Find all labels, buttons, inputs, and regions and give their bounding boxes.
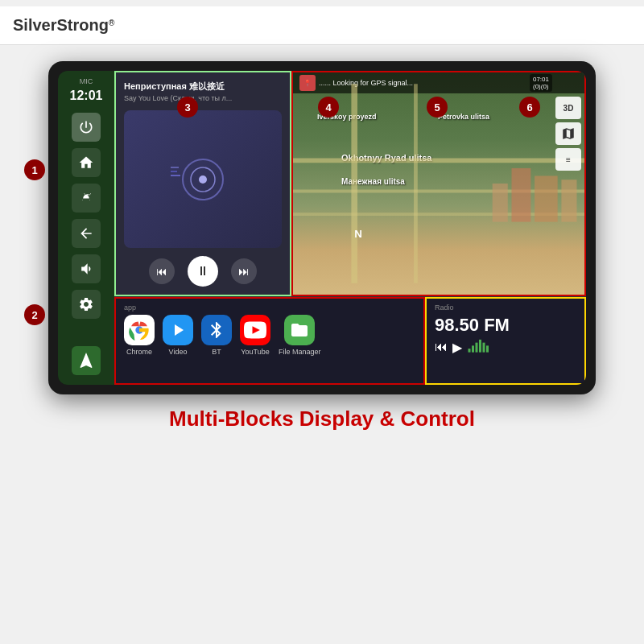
annotation-1: 1 [24,159,45,180]
apps-row: Chrome Video [124,315,415,356]
bt-icon[interactable] [201,315,232,345]
chrome-icon[interactable] [124,315,155,345]
svg-rect-18 [472,345,474,352]
screen-bottom: app [114,296,586,385]
header: SilverStrong® [0,6,644,45]
street-3: Okhotnyy Ryad ulitsa [341,153,431,163]
back-icon[interactable] [72,219,101,248]
mic-label: MIC [80,77,93,85]
video-icon[interactable] [163,315,193,345]
svg-rect-17 [469,349,471,353]
svg-rect-20 [479,340,481,353]
music-subtitle: Say You Love (Скажи, что ты л... [124,94,282,102]
video-label: Video [169,348,188,356]
music-visual [124,110,282,248]
time-display: 12:01 [70,89,103,103]
svg-text:N: N [354,228,362,240]
youtube-icon[interactable] [240,315,270,345]
home-icon[interactable] [72,148,101,177]
apps-label: app [124,303,415,312]
annotation-4: 4 [318,97,339,118]
files-icon[interactable] [284,315,315,345]
logo-strong: Strong [56,16,108,34]
radio-frequency: 98.50 FM [435,315,576,336]
prev-button[interactable]: ⏮ [149,258,175,284]
chrome-app[interactable]: Chrome [124,315,155,356]
radio-block: Radio 98.50 FM ⏮ ▶ [425,297,586,385]
logo-reg: ® [109,19,114,27]
svg-rect-14 [561,180,576,221]
gps-info: 07:01(0)(0) [530,74,552,92]
radio-prev-button[interactable]: ⏮ [435,340,448,354]
logo-silver: Silver [13,16,56,34]
radio-signal-icon [467,337,491,357]
video-app[interactable]: Video [163,315,193,356]
bt-app[interactable]: BT [201,315,232,356]
chrome-label: Chrome [126,348,152,356]
next-button[interactable]: ⏭ [231,258,257,284]
annotation-6: 6 [519,97,540,118]
svg-rect-21 [483,343,485,353]
music-controls: ⏮ ⏸ ⏭ [124,256,282,287]
sidebar: MIC 12:01 [58,71,114,385]
svg-rect-22 [486,345,489,352]
svg-rect-11 [493,184,508,222]
svg-rect-12 [512,168,531,222]
bt-label: BT [212,348,221,356]
gps-map-button[interactable] [555,122,581,145]
svg-point-2 [199,175,207,184]
street-4: Манежная ulitsa [341,177,405,186]
radio-play-button[interactable]: ▶ [452,340,462,355]
android-icon[interactable] [72,184,101,213]
radio-label: Radio [435,303,576,312]
settings-icon[interactable] [72,290,101,319]
files-app[interactable]: File Manager [279,315,321,356]
volume-down-icon[interactable] [72,254,101,283]
gps-menu-button[interactable]: ≡ [555,148,581,171]
svg-rect-19 [476,343,478,353]
street-2: Petrovka ulitsa [438,113,489,121]
gps-status-text: ...... Looking for GPS signal... [319,79,413,87]
pause-button[interactable]: ⏸ [188,256,218,287]
music-player-block: Неприступная 难以接近 Say You Love (Скажи, ч… [114,71,291,296]
navigation-icon[interactable] [72,346,101,375]
caption: Multi-Blocks Display & Control [0,394,644,436]
apps-block: app [114,297,425,385]
music-title: Неприступная 难以接近 [124,80,282,93]
gps-3d-button[interactable]: 3D [555,97,581,119]
gps-controls: 3D ≡ [555,97,581,171]
page-wrapper: SilverStrong® 1 2 3 4 5 6 MIC 12:01 [0,0,644,436]
radio-controls: ⏮ ▶ [435,337,576,357]
svg-rect-13 [535,175,558,221]
screen-area: Неприступная 难以接近 Say You Love (Скажи, ч… [114,71,586,385]
youtube-label: YouTube [241,348,269,356]
logo: SilverStrong® [13,16,114,35]
gps-icon: 📍 [299,75,316,91]
annotation-5: 5 [427,97,448,118]
files-label: File Manager [279,348,321,356]
annotation-3: 3 [177,97,198,118]
annotation-2: 2 [24,304,45,325]
power-icon[interactable] [72,113,101,142]
youtube-app[interactable]: YouTube [240,315,270,356]
radio-screen: MIC 12:01 [58,71,586,385]
